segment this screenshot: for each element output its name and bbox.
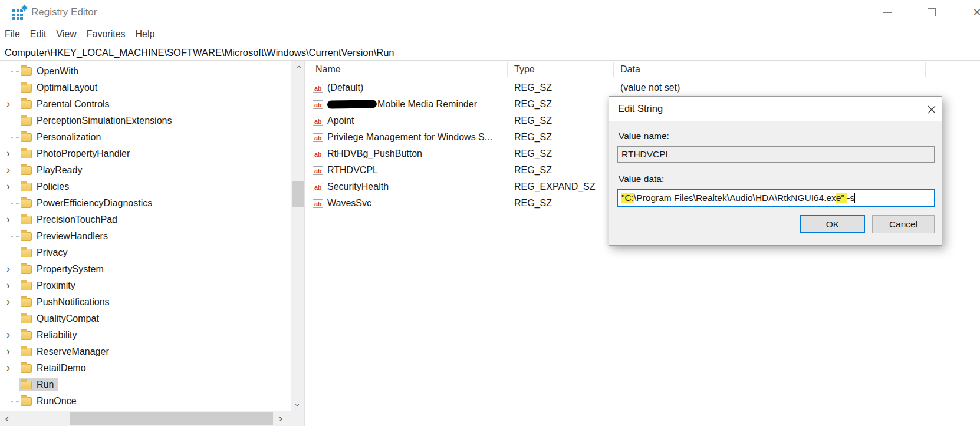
expand-chevron-icon[interactable]: › bbox=[6, 362, 10, 374]
tree-connector-line bbox=[11, 385, 19, 385]
tree-item-previewhandlers[interactable]: PreviewHandlers bbox=[0, 228, 291, 245]
scroll-down-arrow-icon[interactable]: › bbox=[291, 399, 304, 411]
string-value-icon: ab bbox=[313, 100, 323, 109]
tree-item-proximity[interactable]: ›Proximity bbox=[0, 278, 291, 294]
value-name-field[interactable]: RTHDVCPL bbox=[617, 146, 935, 163]
expand-chevron-icon[interactable]: › bbox=[6, 147, 10, 160]
registry-tree-pane: OpenWithOptimalLayout›Parental ControlsP… bbox=[0, 61, 291, 411]
column-separator[interactable] bbox=[925, 62, 926, 77]
menu-favorites[interactable]: Favorites bbox=[87, 29, 131, 39]
string-value-icon: ab bbox=[313, 84, 323, 93]
folder-icon bbox=[21, 232, 32, 241]
folder-icon bbox=[21, 397, 32, 406]
tree-item-run[interactable]: Run bbox=[0, 377, 291, 393]
dialog-close-button[interactable] bbox=[925, 104, 938, 115]
tree-item-qualitycompat[interactable]: QualityCompat bbox=[0, 311, 291, 327]
tree-item-playready[interactable]: ›PlayReady bbox=[0, 162, 291, 179]
string-value-icon: ab bbox=[313, 150, 323, 158]
expand-chevron-icon[interactable]: › bbox=[6, 329, 10, 341]
maximize-button[interactable] bbox=[918, 0, 945, 25]
tree-item-powerefficiencydiagnostics[interactable]: PowerEfficiencyDiagnostics bbox=[0, 195, 291, 212]
value-name-cell: Apoint bbox=[327, 115, 354, 126]
folder-icon bbox=[21, 364, 32, 373]
value-data-input[interactable]: "C:\Program Files\Realtek\Audio\HDA\RtkN… bbox=[617, 189, 935, 207]
tree-item-propertysystem[interactable]: ›PropertySystem bbox=[0, 261, 291, 278]
tree-horizontal-scrollbar[interactable]: ‹ › bbox=[0, 411, 291, 426]
close-button[interactable]: ✕ bbox=[963, 0, 980, 25]
address-bar[interactable]: Computer\HKEY_LOCAL_MACHINE\SOFTWARE\Mic… bbox=[0, 45, 980, 61]
expand-chevron-icon[interactable]: › bbox=[6, 263, 10, 275]
column-header-type[interactable]: Type bbox=[514, 64, 535, 75]
value-type-cell: REG_SZ bbox=[514, 82, 552, 93]
dialog-title: Edit String bbox=[618, 103, 663, 114]
tree-item-label: QualityCompat bbox=[37, 313, 99, 324]
expand-chevron-icon[interactable]: › bbox=[6, 345, 10, 358]
folder-icon bbox=[21, 166, 32, 175]
folder-icon bbox=[21, 117, 32, 126]
tree-item-openwith[interactable]: OpenWith bbox=[0, 63, 291, 80]
tree-item-privacy[interactable]: Privacy bbox=[0, 245, 291, 261]
tree-item-pushnotifications[interactable]: ›PushNotifications bbox=[0, 294, 291, 311]
vertical-scrollbar-thumb[interactable] bbox=[292, 181, 304, 207]
value-row-default[interactable]: ab(Default)REG_SZ(value not set) bbox=[310, 80, 980, 97]
tree-item-label: PrecisionTouchPad bbox=[37, 214, 117, 225]
expand-chevron-icon[interactable]: › bbox=[6, 180, 10, 193]
tree-item-precisiontouchpad[interactable]: ›PrecisionTouchPad bbox=[0, 212, 291, 228]
tree-item-runonce[interactable]: RunOnce bbox=[0, 393, 291, 410]
column-header-name[interactable]: Name bbox=[315, 64, 341, 75]
expand-chevron-icon[interactable]: › bbox=[6, 296, 10, 308]
tree-connector-line bbox=[11, 401, 19, 402]
tree-connector-line bbox=[11, 137, 19, 138]
column-separator[interactable] bbox=[613, 62, 614, 77]
minimize-button[interactable] bbox=[874, 0, 901, 25]
tree-item-perceptionsimulationextensions[interactable]: PerceptionSimulationExtensions bbox=[0, 113, 291, 129]
folder-icon bbox=[21, 216, 32, 224]
tree-item-policies[interactable]: ›Policies bbox=[0, 179, 291, 195]
value-type-cell: REG_SZ bbox=[514, 165, 552, 176]
expand-chevron-icon[interactable]: › bbox=[6, 213, 10, 226]
menu-view[interactable]: View bbox=[56, 29, 81, 39]
tree-item-label: Proximity bbox=[37, 280, 75, 291]
ok-button[interactable]: OK bbox=[800, 215, 865, 233]
tree-item-reservemanager[interactable]: ›ReserveManager bbox=[0, 344, 291, 360]
cancel-button[interactable]: Cancel bbox=[872, 215, 935, 233]
tree-item-optimallayout[interactable]: OptimalLayout bbox=[0, 80, 291, 96]
tree-vertical-scrollbar[interactable]: › › bbox=[291, 61, 304, 411]
tree-item-personalization[interactable]: Personalization bbox=[0, 129, 291, 146]
menu-edit[interactable]: Edit bbox=[30, 29, 52, 39]
tree-item-parental-controls[interactable]: ›Parental Controls bbox=[0, 96, 291, 113]
registry-editor-app-icon bbox=[12, 5, 28, 20]
menu-help[interactable]: Help bbox=[136, 29, 160, 39]
column-separator[interactable] bbox=[507, 62, 508, 77]
tree-item-label: OpenWith bbox=[37, 66, 78, 77]
column-header-data[interactable]: Data bbox=[620, 64, 640, 75]
horizontal-scrollbar-thumb[interactable] bbox=[70, 412, 273, 425]
expand-chevron-icon[interactable]: › bbox=[6, 164, 10, 176]
expand-chevron-icon[interactable]: › bbox=[6, 279, 10, 292]
string-value-icon: ab bbox=[313, 133, 323, 142]
tree-item-label: PlayReady bbox=[37, 165, 82, 176]
tree-item-retaildemo[interactable]: ›RetailDemo bbox=[0, 360, 291, 377]
tree-item-label: PhotoPropertyHandler bbox=[37, 148, 130, 159]
value-name-cell: Mobile Media Reminder bbox=[327, 99, 477, 110]
value-type-cell: REG_EXPAND_SZ bbox=[514, 181, 596, 192]
maximize-icon bbox=[928, 8, 936, 16]
menu-file[interactable]: File bbox=[5, 29, 25, 39]
value-name-cell: WavesSvc bbox=[327, 198, 371, 209]
folder-icon bbox=[21, 84, 32, 93]
highlighted-text: "C: bbox=[621, 193, 634, 203]
scroll-right-arrow-icon[interactable]: › bbox=[274, 411, 288, 426]
folder-icon bbox=[21, 100, 32, 109]
tree-item-photopropertyhandler[interactable]: ›PhotoPropertyHandler bbox=[0, 146, 291, 162]
scroll-up-arrow-icon[interactable]: › bbox=[291, 61, 304, 72]
pane-splitter[interactable] bbox=[304, 61, 310, 426]
value-name-cell: RtHDVBg_PushButton bbox=[327, 148, 422, 159]
value-type-cell: REG_SZ bbox=[514, 198, 552, 209]
tree-connector-line bbox=[11, 319, 19, 319]
scroll-left-arrow-icon[interactable]: ‹ bbox=[0, 411, 14, 426]
tree-item-reliability[interactable]: ›Reliability bbox=[0, 327, 291, 344]
string-value-icon: ab bbox=[313, 117, 323, 126]
expand-chevron-icon[interactable]: › bbox=[6, 98, 10, 110]
tree-item-label: RunOnce bbox=[37, 396, 77, 407]
value-type-cell: REG_SZ bbox=[514, 132, 552, 143]
